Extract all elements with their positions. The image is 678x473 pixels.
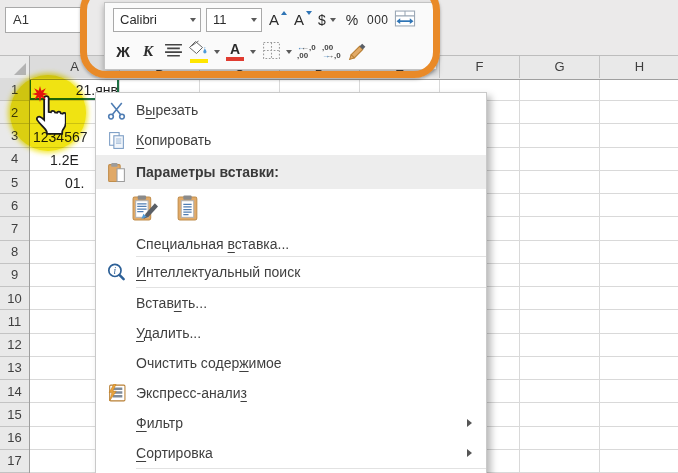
select-all-triangle-icon bbox=[14, 63, 26, 75]
select-all-corner[interactable] bbox=[0, 56, 30, 78]
scissors-icon bbox=[96, 101, 136, 120]
menu-item-label: Копировать bbox=[136, 132, 486, 148]
paste-options-header: Параметры вставки: bbox=[96, 155, 486, 189]
menu-item-label: Интеллектуальный поиск bbox=[136, 264, 486, 280]
row-header-12[interactable]: 12 bbox=[0, 334, 29, 357]
gridline bbox=[519, 78, 520, 473]
submenu-arrow-icon bbox=[467, 449, 472, 457]
context-menu: ВырезатьКопироватьПараметры вставки:Спец… bbox=[95, 92, 487, 473]
paste-formatting-button[interactable] bbox=[130, 194, 160, 226]
menu-item-label: Удалить... bbox=[136, 325, 486, 341]
annotation-ring bbox=[80, 0, 440, 78]
excel-window: A1 ABCDEFGH 1234567891011121314151617 21… bbox=[0, 0, 678, 473]
menu-item-специальнаявставка[interactable]: Специальная вставка... bbox=[96, 231, 486, 256]
menu-separator bbox=[96, 468, 486, 469]
row-header-17[interactable]: 17 bbox=[0, 450, 29, 473]
menu-item-интеллектуальныйпоиск[interactable]: iИнтеллектуальный поиск bbox=[96, 257, 486, 287]
menu-item-label: Специальная вставка... bbox=[136, 236, 486, 252]
submenu-arrow-icon bbox=[467, 419, 472, 427]
row-header-9[interactable]: 9 bbox=[0, 264, 29, 287]
column-header-G[interactable]: G bbox=[520, 56, 600, 78]
menu-item-label: Очистить содержимое bbox=[136, 355, 486, 371]
row-header-5[interactable]: 5 bbox=[0, 171, 29, 194]
paste-formatting-icon bbox=[132, 195, 158, 225]
column-header-H[interactable]: H bbox=[600, 56, 678, 78]
menu-item-копировать[interactable]: Копировать bbox=[96, 125, 486, 155]
menu-item-фильтр[interactable]: Фильтр bbox=[96, 408, 486, 438]
menu-item-label: Вырезать bbox=[136, 102, 486, 118]
menu-item-label: Вставить... bbox=[136, 295, 486, 311]
menu-item-сортировка[interactable]: Сортировка bbox=[96, 438, 486, 468]
row-header-6[interactable]: 6 bbox=[0, 194, 29, 217]
svg-text:i: i bbox=[113, 265, 116, 275]
menu-item-label: Экспресс-анализ bbox=[136, 385, 486, 401]
row-header-8[interactable]: 8 bbox=[0, 241, 29, 264]
menu-item-вырезать[interactable]: Вырезать bbox=[96, 95, 486, 125]
paste-button[interactable] bbox=[173, 194, 203, 226]
name-box[interactable]: A1 bbox=[5, 7, 86, 33]
copy-icon bbox=[96, 131, 136, 150]
menu-item-вставить[interactable]: Вставить... bbox=[96, 288, 486, 318]
row-header-11[interactable]: 11 bbox=[0, 310, 29, 333]
menu-item-label: Сортировка bbox=[136, 445, 467, 461]
menu-separator bbox=[96, 287, 486, 288]
menu-item-экспрессанализ[interactable]: Экспресс-анализ bbox=[96, 378, 486, 408]
row-header-4[interactable]: 4 bbox=[0, 148, 29, 171]
menu-item-label: Фильтр bbox=[136, 415, 467, 431]
menu-item-удалить[interactable]: Удалить... bbox=[96, 318, 486, 348]
row-header-15[interactable]: 15 bbox=[0, 403, 29, 426]
smart-lookup-icon: i bbox=[96, 262, 136, 283]
row-header-7[interactable]: 7 bbox=[0, 217, 29, 240]
row-header-14[interactable]: 14 bbox=[0, 380, 29, 403]
menu-item-очиститьсодержимое[interactable]: Очистить содержимое bbox=[96, 348, 486, 378]
row-header-16[interactable]: 16 bbox=[0, 427, 29, 450]
paste-icon bbox=[175, 195, 201, 225]
row-header-10[interactable]: 10 bbox=[0, 287, 29, 310]
clipboard-icon bbox=[96, 162, 136, 183]
menu-item-label: Параметры вставки: bbox=[136, 164, 486, 180]
click-star-icon bbox=[31, 85, 49, 107]
row-header-13[interactable]: 13 bbox=[0, 357, 29, 380]
paste-options-row bbox=[96, 189, 486, 231]
gridline bbox=[599, 78, 600, 473]
column-header-F[interactable]: F bbox=[440, 56, 520, 78]
menu-separator bbox=[96, 256, 486, 257]
quick-analysis-icon bbox=[96, 384, 136, 402]
